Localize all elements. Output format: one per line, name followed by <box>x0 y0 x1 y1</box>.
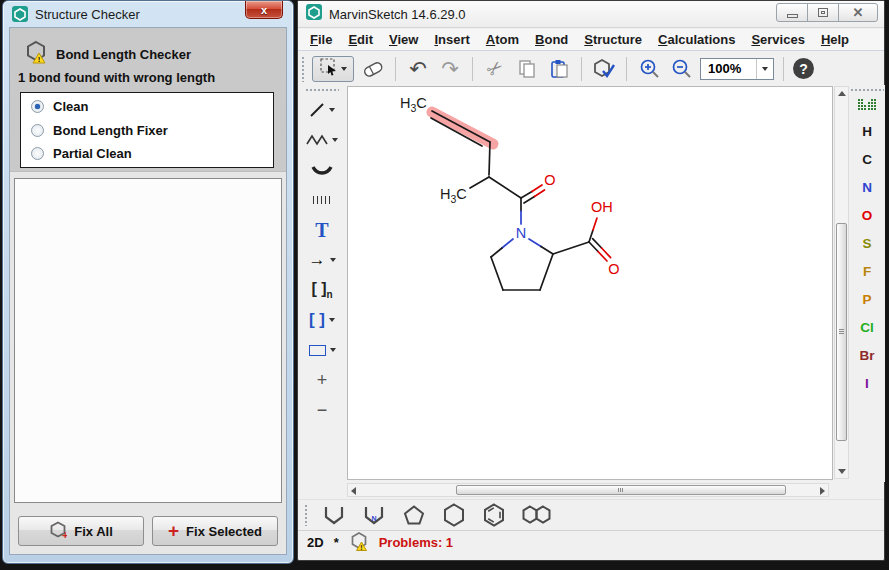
scroll-left-icon[interactable] <box>351 487 356 495</box>
undo-button[interactable]: ↶ <box>405 56 431 82</box>
periodic-table-button[interactable] <box>854 95 880 117</box>
element-button-p[interactable]: P <box>849 285 885 313</box>
element-button-s[interactable]: S <box>849 229 885 257</box>
rectangle-tool[interactable] <box>302 335 342 365</box>
structure-checker-dialog: Structure Checker x ! Bond Length Checke… <box>2 0 294 564</box>
cyclohexane-template-icon <box>442 503 466 527</box>
sketch-canvas[interactable]: H3C H3C N O OH O <box>347 86 833 480</box>
window-titlebar[interactable]: MarvinSketch 14.6.29.0 ✕ <box>298 1 884 28</box>
benzene-template-icon <box>482 503 506 527</box>
element-button-i[interactable]: I <box>849 369 885 397</box>
window-title: MarvinSketch 14.6.29.0 <box>329 7 466 22</box>
radio-icon[interactable] <box>31 147 44 160</box>
fix-selected-button[interactable]: + Fix Selected <box>152 516 278 546</box>
close-button[interactable]: ✕ <box>838 3 878 22</box>
radio-icon[interactable] <box>31 100 44 113</box>
radio-option-partial-clean[interactable]: Partial Clean <box>31 146 263 161</box>
menu-file[interactable]: File <box>302 32 340 47</box>
template-naphthalene-button[interactable] <box>519 503 557 527</box>
chevron-down-icon <box>330 348 336 352</box>
toolbar-drag-handle[interactable] <box>301 56 306 82</box>
template-cyclohexane-button[interactable] <box>439 503 469 527</box>
repeat-group-tool[interactable]: [ ]n <box>302 275 342 305</box>
minimize-button[interactable] <box>776 3 808 22</box>
template-pyrrole-button[interactable]: N <box>359 503 389 527</box>
radio-option-clean[interactable]: Clean <box>31 99 263 114</box>
problem-list[interactable] <box>14 178 282 503</box>
menu-calculations[interactable]: Calculations <box>650 32 743 47</box>
redo-icon: ↷ <box>441 58 459 79</box>
maximize-button[interactable] <box>807 3 839 22</box>
check-structure-button[interactable] <box>591 56 617 82</box>
bracket-tool[interactable]: [ ] <box>302 305 342 335</box>
element-button-br[interactable]: Br <box>849 341 885 369</box>
selection-tool-button[interactable] <box>312 56 354 82</box>
toolbar-drag-handle[interactable] <box>304 504 309 526</box>
bracket-icon: [ ] <box>309 310 325 330</box>
single-bond-tool[interactable] <box>302 95 342 125</box>
cut-button[interactable]: ✂ <box>482 56 508 82</box>
vertical-scrollbar-thumb[interactable] <box>836 223 847 441</box>
menu-insert[interactable]: Insert <box>426 32 477 47</box>
dialog-body: ! Bond Length Checker 1 bond found with … <box>9 27 287 555</box>
template-cyclopentane-button[interactable] <box>399 503 429 527</box>
zoom-in-button[interactable] <box>636 56 662 82</box>
scroll-up-icon[interactable] <box>838 91 846 96</box>
radio-option-bond-length-fixer[interactable]: Bond Length Fixer <box>31 123 263 138</box>
text-tool-icon: T <box>315 219 328 242</box>
menu-view[interactable]: View <box>381 32 426 47</box>
horizontal-scrollbar[interactable] <box>347 483 829 497</box>
template-benzene-button[interactable] <box>479 503 509 527</box>
element-button-c[interactable]: C <box>849 145 885 173</box>
menu-edit[interactable]: Edit <box>340 32 381 47</box>
undo-icon: ↶ <box>409 58 427 79</box>
bold-curve-tool[interactable] <box>302 155 342 185</box>
zoom-level-select[interactable]: 100% <box>700 58 774 80</box>
increase-charge-tool[interactable]: + <box>302 365 342 395</box>
element-button-cl[interactable]: Cl <box>849 313 885 341</box>
fix-all-button[interactable]: + Fix All <box>18 516 144 546</box>
minus-icon: − <box>317 400 328 421</box>
menu-atom[interactable]: Atom <box>478 32 527 47</box>
element-button-o[interactable]: O <box>849 201 885 229</box>
vertical-scrollbar[interactable] <box>834 86 849 479</box>
zoom-out-button[interactable] <box>668 56 694 82</box>
template-toolbar: N <box>298 499 884 530</box>
close-icon: ✕ <box>853 5 864 20</box>
periodic-table-icon <box>858 99 876 113</box>
element-button-f[interactable]: F <box>849 257 885 285</box>
help-button[interactable]: ? <box>793 58 814 79</box>
close-icon[interactable]: x <box>245 1 283 19</box>
separator <box>783 57 784 81</box>
toolbar-drag-handle[interactable] <box>850 88 884 93</box>
copy-button[interactable] <box>514 56 540 82</box>
text-tool[interactable]: T <box>302 215 342 245</box>
reaction-arrow-tool[interactable]: → <box>302 245 342 275</box>
scroll-right-icon[interactable] <box>820 487 825 495</box>
problems-count[interactable]: Problems: 1 <box>379 535 453 550</box>
toolbar-drag-handle[interactable] <box>305 88 339 93</box>
menu-bond[interactable]: Bond <box>527 32 576 47</box>
dimension-mode-indicator[interactable]: 2D <box>307 535 324 550</box>
chevron-down-icon <box>329 318 335 322</box>
eraser-button[interactable] <box>360 56 386 82</box>
svg-text:!: ! <box>38 55 41 64</box>
scroll-down-icon[interactable] <box>838 469 846 474</box>
chain-tool[interactable] <box>302 125 342 155</box>
radio-label: Bond Length Fixer <box>53 123 168 138</box>
menu-services[interactable]: Services <box>743 32 813 47</box>
dialog-titlebar[interactable]: Structure Checker x <box>3 1 293 27</box>
hashed-bond-tool[interactable] <box>302 185 342 215</box>
template-cyclopentadiene-button[interactable] <box>319 503 349 527</box>
paste-button[interactable] <box>546 56 572 82</box>
problems-warning-icon[interactable]: ! <box>349 531 369 555</box>
element-button-h[interactable]: H <box>849 117 885 145</box>
chevron-down-icon <box>332 138 338 142</box>
horizontal-scrollbar-thumb[interactable] <box>456 485 786 495</box>
redo-button[interactable]: ↷ <box>437 56 463 82</box>
radio-icon[interactable] <box>31 124 44 137</box>
menu-structure[interactable]: Structure <box>576 32 650 47</box>
decrease-charge-tool[interactable]: − <box>302 395 342 425</box>
element-button-n[interactable]: N <box>849 173 885 201</box>
menu-help[interactable]: Help <box>813 32 857 47</box>
